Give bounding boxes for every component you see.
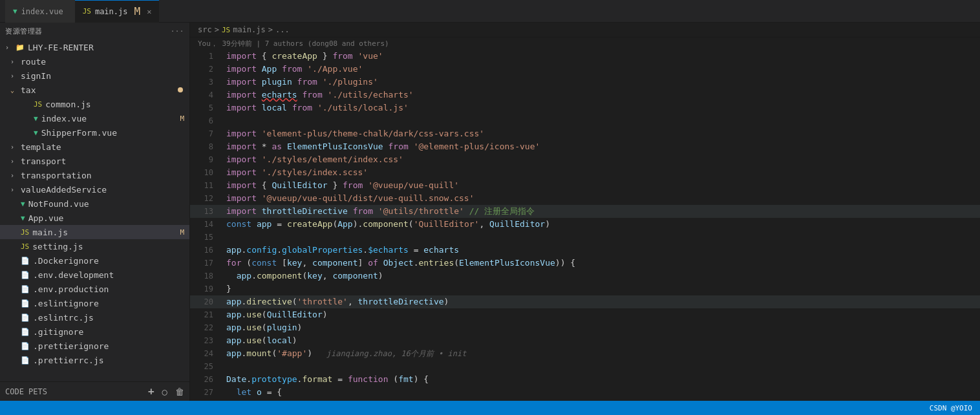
code-line: 7 import 'element-plus/theme-chalk/dark/…	[190, 127, 980, 140]
sidebar-item-setting-js[interactable]: › JS setting.js	[0, 239, 189, 253]
vas-arrow: ›	[10, 186, 18, 193]
file-meta-time: 39分钟前	[222, 39, 252, 48]
vue-icon-app: ▼	[21, 214, 25, 222]
js-icon-setting: JS	[21, 242, 29, 251]
sidebar-item-prettierignore[interactable]: › 📄 .prettierignore	[0, 339, 189, 353]
code-line: 19 }	[190, 282, 980, 295]
sidebar-item-index-vue[interactable]: › ▼ index.vue M	[0, 111, 189, 125]
tab-label-index-vue: index.vue	[21, 7, 63, 16]
file-icon-prc: 📄	[21, 356, 30, 365]
code-line: 18 app.component(key, component)	[190, 270, 980, 282]
close-icon-main-js[interactable]: ✕	[147, 7, 151, 16]
file-meta: You， 39分钟前 | 7 authors (dong08 and other…	[190, 37, 980, 50]
code-line: 28 'M+': this.getMonth() + 1, //月份	[190, 399, 980, 401]
vue-icon-notfound: ▼	[21, 200, 25, 208]
code-line: 16 app.config.globalProperties.$echarts …	[190, 244, 980, 257]
breadcrumb-sep2: >	[268, 25, 273, 34]
common-js-label: common.js	[45, 100, 91, 109]
tab-bar: ▼ index.vue JS main.js M ✕	[0, 0, 980, 23]
file-icon-env-prod: 📄	[21, 285, 30, 293]
tax-arrow: ⌄	[10, 87, 18, 94]
sidebar-item-eslintrc[interactable]: › 📄 .eslintrc.js	[0, 310, 189, 325]
code-line: 4 import echarts from './utils/echarts'	[190, 89, 980, 101]
trash-icon[interactable]: 🗑	[175, 387, 184, 397]
code-line: 25	[190, 360, 980, 373]
sidebar-root[interactable]: › 📁 LHY-FE-RENTER	[0, 40, 189, 54]
file-icon-docker: 📄	[21, 257, 30, 265]
signin-label: signIn	[21, 71, 51, 81]
setting-js-label: setting.js	[32, 242, 83, 251]
code-line: 13 import throttleDirective from '@utils…	[190, 205, 980, 218]
file-meta-sep: |	[256, 39, 264, 48]
circle-icon[interactable]: ○	[162, 387, 167, 397]
sidebar-item-template[interactable]: › template	[0, 140, 189, 154]
js-icon-main: JS	[21, 228, 29, 237]
code-pets-bar: CODE PETS + ○ 🗑	[0, 381, 189, 401]
route-label: route	[21, 57, 46, 67]
file-icon-eslinti: 📄	[21, 299, 30, 308]
template-label: template	[21, 142, 61, 152]
add-icon[interactable]: +	[148, 385, 154, 398]
tab-label-main-js: main.js	[95, 7, 128, 16]
code-line: 6	[190, 114, 980, 127]
file-meta-author: You	[198, 39, 211, 48]
code-line: 27 let o = {	[190, 386, 980, 399]
sidebar-title: 资源管理器	[5, 27, 43, 36]
notfound-label: NotFound.vue	[28, 199, 89, 209]
root-folder-icon: 📁	[16, 43, 25, 52]
index-vue-label: index.vue	[41, 114, 87, 123]
env-dev-label: .env.development	[33, 270, 114, 280]
code-line: 17 for (const [key, component] of Object…	[190, 257, 980, 270]
js-icon-tab: JS	[83, 7, 91, 16]
root-label: LHY-FE-RENTER	[28, 43, 94, 52]
sidebar-item-transportation[interactable]: › transportation	[0, 168, 189, 182]
sidebar-item-app-vue[interactable]: › ▼ App.vue	[0, 211, 189, 225]
sidebar-item-tax[interactable]: ⌄ tax	[0, 83, 189, 97]
vas-label: valueAddedService	[21, 185, 107, 195]
code-line: 1 import { createApp } from 'vue'	[190, 50, 980, 63]
code-editor[interactable]: 1 import { createApp } from 'vue' 2 impo…	[190, 50, 980, 401]
sidebar-item-prettierrc[interactable]: › 📄 .prettierrc.js	[0, 353, 189, 367]
sidebar-item-eslintignore[interactable]: › 📄 .eslintignore	[0, 296, 189, 310]
breadcrumb-file: main.js	[233, 25, 266, 34]
sidebar-item-signin[interactable]: › signIn	[0, 69, 189, 83]
sidebar-item-shipperform[interactable]: › ▼ ShipperForm.vue	[0, 125, 189, 140]
prettierrc-label: .prettierrc.js	[33, 356, 104, 365]
sidebar-item-valueaddedservice[interactable]: › valueAddedService	[0, 182, 189, 197]
sidebar-item-env-prod[interactable]: › 📄 .env.production	[0, 282, 189, 296]
code-line: 2 import App from './App.vue'	[190, 63, 980, 76]
sidebar-item-env-dev[interactable]: › 📄 .env.development	[0, 268, 189, 282]
tax-label: tax	[21, 85, 36, 95]
status-bar: CSDN @YOIO	[0, 401, 980, 415]
code-line: 20 app.directive('throttle', throttleDir…	[190, 295, 980, 308]
file-icon-git: 📄	[21, 328, 30, 336]
sidebar-icons[interactable]: ···	[171, 27, 184, 36]
sidebar-item-route[interactable]: › route	[0, 54, 189, 69]
code-line: 3 import plugin from './plugins'	[190, 76, 980, 89]
tab-modified-dot: M	[134, 5, 140, 17]
code-line: 24 app.mount('#app') jianqiang.zhao, 16个…	[190, 347, 980, 360]
code-line: 26 Date.prototype.format = function (fmt…	[190, 373, 980, 386]
transportation-label: transportation	[21, 171, 92, 180]
code-line: 8 import * as ElementPlusIconsVue from '…	[190, 140, 980, 153]
breadcrumb-sep1: >	[215, 25, 219, 34]
tab-index-vue[interactable]: ▼ index.vue	[5, 0, 75, 23]
breadcrumb-file-icon: JS	[222, 26, 230, 34]
env-prod-label: .env.production	[33, 284, 109, 294]
eslintignore-label: .eslintignore	[33, 299, 99, 308]
sidebar-item-notfound[interactable]: › ▼ NotFound.vue	[0, 197, 189, 211]
file-icon-eslintrc: 📄	[21, 314, 30, 322]
sidebar-item-gitignore[interactable]: › 📄 .gitignore	[0, 325, 189, 339]
prettierignore-label: .prettierignore	[33, 341, 109, 351]
sidebar-item-transport[interactable]: › transport	[0, 154, 189, 168]
breadcrumb-src: src	[198, 25, 212, 34]
app-vue-label: App.vue	[28, 213, 64, 223]
code-line: 14 const app = createApp(App).component(…	[190, 218, 980, 231]
sidebar-item-common-js[interactable]: › JS common.js	[0, 97, 189, 111]
tab-main-js[interactable]: JS main.js M ✕	[75, 0, 160, 23]
sidebar-item-dockerignore[interactable]: › 📄 .Dockerignore	[0, 253, 189, 268]
template-arrow: ›	[10, 144, 18, 151]
ellipsis-icon[interactable]: ···	[171, 27, 184, 36]
sidebar-item-main-js[interactable]: › JS main.js M	[0, 225, 189, 239]
code-line: 22 app.use(plugin)	[190, 321, 980, 334]
